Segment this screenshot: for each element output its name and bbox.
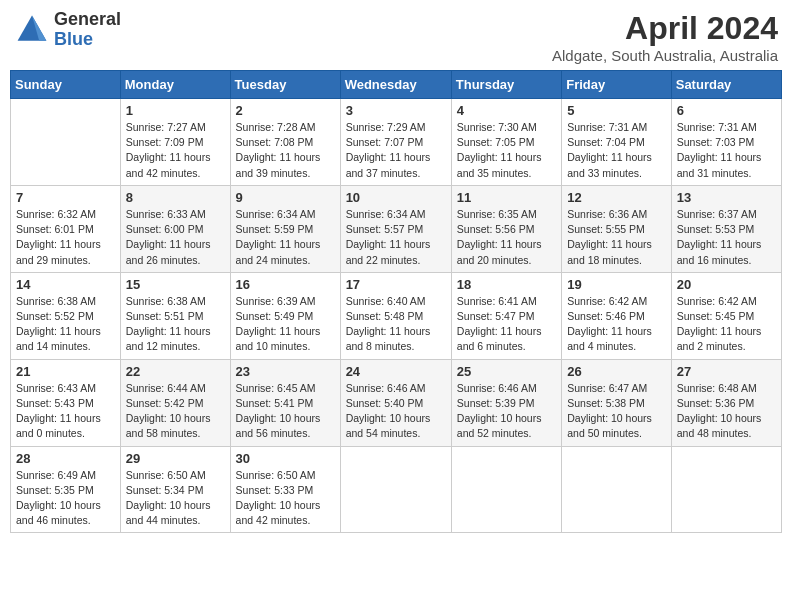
day-info: Sunrise: 6:44 AMSunset: 5:42 PMDaylight:… <box>126 381 225 442</box>
calendar-cell: 9Sunrise: 6:34 AMSunset: 5:59 PMDaylight… <box>230 185 340 272</box>
day-info: Sunrise: 6:46 AMSunset: 5:40 PMDaylight:… <box>346 381 446 442</box>
day-info: Sunrise: 6:40 AMSunset: 5:48 PMDaylight:… <box>346 294 446 355</box>
day-number: 8 <box>126 190 225 205</box>
calendar-cell: 24Sunrise: 6:46 AMSunset: 5:40 PMDayligh… <box>340 359 451 446</box>
day-info: Sunrise: 6:38 AMSunset: 5:52 PMDaylight:… <box>16 294 115 355</box>
day-info: Sunrise: 6:35 AMSunset: 5:56 PMDaylight:… <box>457 207 556 268</box>
day-number: 30 <box>236 451 335 466</box>
day-number: 9 <box>236 190 335 205</box>
day-info: Sunrise: 6:42 AMSunset: 5:45 PMDaylight:… <box>677 294 776 355</box>
calendar-cell: 5Sunrise: 7:31 AMSunset: 7:04 PMDaylight… <box>562 99 672 186</box>
day-number: 26 <box>567 364 666 379</box>
calendar-cell: 10Sunrise: 6:34 AMSunset: 5:57 PMDayligh… <box>340 185 451 272</box>
logo: General Blue <box>14 10 121 50</box>
day-info: Sunrise: 6:50 AMSunset: 5:34 PMDaylight:… <box>126 468 225 529</box>
day-info: Sunrise: 6:46 AMSunset: 5:39 PMDaylight:… <box>457 381 556 442</box>
calendar-cell: 2Sunrise: 7:28 AMSunset: 7:08 PMDaylight… <box>230 99 340 186</box>
day-header-friday: Friday <box>562 71 672 99</box>
day-info: Sunrise: 6:38 AMSunset: 5:51 PMDaylight:… <box>126 294 225 355</box>
calendar-cell: 22Sunrise: 6:44 AMSunset: 5:42 PMDayligh… <box>120 359 230 446</box>
day-info: Sunrise: 6:50 AMSunset: 5:33 PMDaylight:… <box>236 468 335 529</box>
location: Aldgate, South Australia, Australia <box>552 47 778 64</box>
calendar-cell <box>562 446 672 533</box>
logo-general-text: General <box>54 10 121 30</box>
day-number: 25 <box>457 364 556 379</box>
day-info: Sunrise: 6:33 AMSunset: 6:00 PMDaylight:… <box>126 207 225 268</box>
day-info: Sunrise: 6:49 AMSunset: 5:35 PMDaylight:… <box>16 468 115 529</box>
calendar-cell: 21Sunrise: 6:43 AMSunset: 5:43 PMDayligh… <box>11 359 121 446</box>
day-info: Sunrise: 7:28 AMSunset: 7:08 PMDaylight:… <box>236 120 335 181</box>
day-number: 10 <box>346 190 446 205</box>
calendar-cell: 4Sunrise: 7:30 AMSunset: 7:05 PMDaylight… <box>451 99 561 186</box>
day-info: Sunrise: 7:30 AMSunset: 7:05 PMDaylight:… <box>457 120 556 181</box>
day-number: 5 <box>567 103 666 118</box>
calendar-cell: 16Sunrise: 6:39 AMSunset: 5:49 PMDayligh… <box>230 272 340 359</box>
calendar-cell: 15Sunrise: 6:38 AMSunset: 5:51 PMDayligh… <box>120 272 230 359</box>
day-number: 12 <box>567 190 666 205</box>
calendar-cell: 11Sunrise: 6:35 AMSunset: 5:56 PMDayligh… <box>451 185 561 272</box>
day-number: 15 <box>126 277 225 292</box>
day-info: Sunrise: 6:37 AMSunset: 5:53 PMDaylight:… <box>677 207 776 268</box>
calendar-cell <box>671 446 781 533</box>
calendar-cell: 7Sunrise: 6:32 AMSunset: 6:01 PMDaylight… <box>11 185 121 272</box>
day-info: Sunrise: 6:47 AMSunset: 5:38 PMDaylight:… <box>567 381 666 442</box>
calendar-cell: 13Sunrise: 6:37 AMSunset: 5:53 PMDayligh… <box>671 185 781 272</box>
day-info: Sunrise: 6:34 AMSunset: 5:59 PMDaylight:… <box>236 207 335 268</box>
day-header-saturday: Saturday <box>671 71 781 99</box>
calendar-cell: 3Sunrise: 7:29 AMSunset: 7:07 PMDaylight… <box>340 99 451 186</box>
week-row-3: 14Sunrise: 6:38 AMSunset: 5:52 PMDayligh… <box>11 272 782 359</box>
week-row-5: 28Sunrise: 6:49 AMSunset: 5:35 PMDayligh… <box>11 446 782 533</box>
day-info: Sunrise: 6:34 AMSunset: 5:57 PMDaylight:… <box>346 207 446 268</box>
day-number: 18 <box>457 277 556 292</box>
day-info: Sunrise: 6:42 AMSunset: 5:46 PMDaylight:… <box>567 294 666 355</box>
day-info: Sunrise: 7:29 AMSunset: 7:07 PMDaylight:… <box>346 120 446 181</box>
day-number: 21 <box>16 364 115 379</box>
calendar-cell: 27Sunrise: 6:48 AMSunset: 5:36 PMDayligh… <box>671 359 781 446</box>
day-info: Sunrise: 6:45 AMSunset: 5:41 PMDaylight:… <box>236 381 335 442</box>
days-header-row: SundayMondayTuesdayWednesdayThursdayFrid… <box>11 71 782 99</box>
month-title: April 2024 <box>552 10 778 47</box>
calendar-cell: 29Sunrise: 6:50 AMSunset: 5:34 PMDayligh… <box>120 446 230 533</box>
day-number: 17 <box>346 277 446 292</box>
calendar-cell: 23Sunrise: 6:45 AMSunset: 5:41 PMDayligh… <box>230 359 340 446</box>
day-info: Sunrise: 6:36 AMSunset: 5:55 PMDaylight:… <box>567 207 666 268</box>
day-number: 27 <box>677 364 776 379</box>
calendar-cell: 1Sunrise: 7:27 AMSunset: 7:09 PMDaylight… <box>120 99 230 186</box>
day-number: 28 <box>16 451 115 466</box>
day-number: 20 <box>677 277 776 292</box>
day-info: Sunrise: 6:32 AMSunset: 6:01 PMDaylight:… <box>16 207 115 268</box>
day-number: 14 <box>16 277 115 292</box>
day-number: 2 <box>236 103 335 118</box>
calendar-cell: 30Sunrise: 6:50 AMSunset: 5:33 PMDayligh… <box>230 446 340 533</box>
title-section: April 2024 Aldgate, South Australia, Aus… <box>552 10 778 64</box>
calendar-cell: 17Sunrise: 6:40 AMSunset: 5:48 PMDayligh… <box>340 272 451 359</box>
logo-blue-text: Blue <box>54 30 121 50</box>
day-header-sunday: Sunday <box>11 71 121 99</box>
calendar-cell: 20Sunrise: 6:42 AMSunset: 5:45 PMDayligh… <box>671 272 781 359</box>
logo-text: General Blue <box>54 10 121 50</box>
calendar-cell: 19Sunrise: 6:42 AMSunset: 5:46 PMDayligh… <box>562 272 672 359</box>
day-header-tuesday: Tuesday <box>230 71 340 99</box>
day-number: 6 <box>677 103 776 118</box>
page-header: General Blue April 2024 Aldgate, South A… <box>10 10 782 64</box>
day-number: 24 <box>346 364 446 379</box>
calendar-cell: 8Sunrise: 6:33 AMSunset: 6:00 PMDaylight… <box>120 185 230 272</box>
calendar-cell: 12Sunrise: 6:36 AMSunset: 5:55 PMDayligh… <box>562 185 672 272</box>
week-row-2: 7Sunrise: 6:32 AMSunset: 6:01 PMDaylight… <box>11 185 782 272</box>
day-info: Sunrise: 6:41 AMSunset: 5:47 PMDaylight:… <box>457 294 556 355</box>
week-row-1: 1Sunrise: 7:27 AMSunset: 7:09 PMDaylight… <box>11 99 782 186</box>
day-number: 29 <box>126 451 225 466</box>
day-header-thursday: Thursday <box>451 71 561 99</box>
day-number: 16 <box>236 277 335 292</box>
calendar-cell: 28Sunrise: 6:49 AMSunset: 5:35 PMDayligh… <box>11 446 121 533</box>
calendar-cell <box>451 446 561 533</box>
day-number: 3 <box>346 103 446 118</box>
calendar-cell: 18Sunrise: 6:41 AMSunset: 5:47 PMDayligh… <box>451 272 561 359</box>
calendar-cell: 25Sunrise: 6:46 AMSunset: 5:39 PMDayligh… <box>451 359 561 446</box>
calendar-table: SundayMondayTuesdayWednesdayThursdayFrid… <box>10 70 782 533</box>
day-info: Sunrise: 6:39 AMSunset: 5:49 PMDaylight:… <box>236 294 335 355</box>
calendar-cell: 6Sunrise: 7:31 AMSunset: 7:03 PMDaylight… <box>671 99 781 186</box>
calendar-cell <box>340 446 451 533</box>
day-info: Sunrise: 7:27 AMSunset: 7:09 PMDaylight:… <box>126 120 225 181</box>
calendar-cell: 14Sunrise: 6:38 AMSunset: 5:52 PMDayligh… <box>11 272 121 359</box>
